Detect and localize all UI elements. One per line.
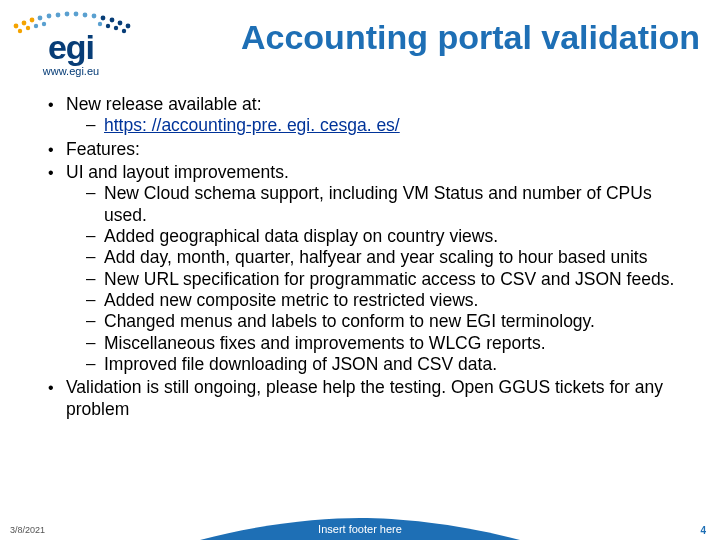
footer: 3/8/2021 Insert footer here 4 <box>0 518 720 540</box>
svg-point-15 <box>26 26 30 30</box>
bullet-text: Features: <box>66 139 140 159</box>
footer-date: 3/8/2021 <box>10 525 45 535</box>
svg-point-10 <box>101 16 106 21</box>
svg-point-1 <box>22 21 27 26</box>
svg-point-6 <box>65 12 70 17</box>
sub-bullet: Added geographical data display on count… <box>86 226 690 247</box>
sub-bullet: New Cloud schema support, including VM S… <box>86 183 690 226</box>
footer-center: Insert footer here <box>200 518 520 540</box>
footer-page-number: 4 <box>700 525 706 536</box>
slide: egi www.egi.eu Accounting portal validat… <box>0 0 720 540</box>
bullet-text: Validation is still ongoing, please help… <box>66 377 663 418</box>
bullet-validation: Validation is still ongoing, please help… <box>48 377 690 420</box>
svg-point-13 <box>126 24 131 29</box>
bullet-text: New release available at: <box>66 94 262 114</box>
svg-point-4 <box>47 14 52 19</box>
slide-title: Accounting portal validation <box>190 18 700 57</box>
sub-bullet: Add day, month, quarter, halfyear and ye… <box>86 247 690 268</box>
svg-point-14 <box>18 29 22 33</box>
svg-point-2 <box>30 18 35 23</box>
logo-block: egi www.egi.eu <box>6 6 136 77</box>
svg-point-12 <box>118 21 123 26</box>
sub-bullet-link: https: //accounting-pre. egi. cesga. es/ <box>86 115 690 136</box>
sub-bullet: Improved file downloading of JSON and CS… <box>86 354 690 375</box>
svg-point-18 <box>122 29 126 33</box>
sub-bullet: New URL specification for programmatic a… <box>86 269 690 290</box>
bullet-new-release: New release available at: https: //accou… <box>48 94 690 137</box>
svg-point-17 <box>42 22 46 26</box>
sub-bullet: Changed menus and labels to conform to n… <box>86 311 690 332</box>
sub-bullet: Miscellaneous fixes and improvements to … <box>86 333 690 354</box>
bullet-ui: UI and layout improvements. New Cloud sc… <box>48 162 690 375</box>
release-link[interactable]: https: //accounting-pre. egi. cesga. es/ <box>104 115 400 135</box>
svg-point-16 <box>34 24 38 28</box>
svg-point-5 <box>56 13 61 18</box>
svg-point-8 <box>83 13 88 18</box>
bullet-text: UI and layout improvements. <box>66 162 289 182</box>
svg-point-0 <box>14 24 19 29</box>
svg-point-9 <box>92 14 97 19</box>
svg-point-3 <box>38 16 43 21</box>
svg-point-7 <box>74 12 79 17</box>
footer-center-text: Insert footer here <box>318 523 402 535</box>
content-body: New release available at: https: //accou… <box>48 94 690 422</box>
svg-point-11 <box>110 18 115 23</box>
bullet-features: Features: <box>48 139 690 160</box>
svg-point-21 <box>98 22 102 26</box>
svg-point-20 <box>106 24 110 28</box>
logo-dots-icon <box>6 6 136 34</box>
logo-url: www.egi.eu <box>43 65 99 77</box>
svg-point-19 <box>114 26 118 30</box>
sub-bullet: Added new composite metric to restricted… <box>86 290 690 311</box>
logo-text: egi <box>48 32 94 63</box>
